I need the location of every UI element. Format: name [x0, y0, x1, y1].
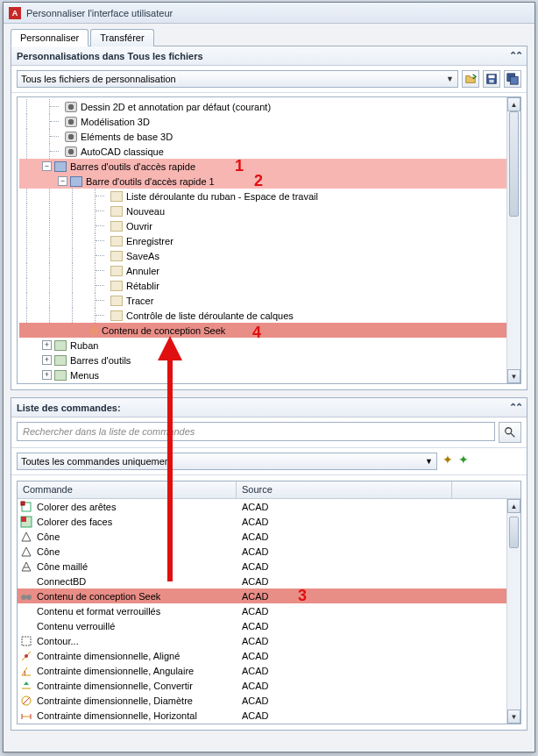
command-row-source: ACAD: [237, 531, 452, 542]
expand-button[interactable]: +: [42, 355, 52, 365]
command-row-source: ACAD: [237, 546, 452, 557]
command-row[interactable]: Colorer des arêtesACAD: [18, 499, 506, 514]
command-icon: [110, 296, 123, 306]
collapse-button[interactable]: −: [42, 161, 52, 171]
command-row-source: ACAD: [237, 710, 452, 721]
collapse-button[interactable]: −: [58, 176, 67, 186]
scroll-up-icon[interactable]: ▲: [507, 97, 520, 111]
tree-item[interactable]: Modélisation 3D: [81, 117, 150, 127]
scroll-up-icon[interactable]: ▲: [507, 499, 520, 513]
command-row-icon: [18, 560, 35, 573]
collapse-icon[interactable]: ⌃⌃: [509, 402, 521, 413]
col-source[interactable]: Source: [237, 481, 452, 498]
command-row[interactable]: CôneACAD: [18, 544, 506, 559]
gear-icon: [65, 117, 77, 127]
command-row[interactable]: ConnectBDACAD: [18, 574, 506, 588]
command-row-source: ACAD: [237, 517, 452, 527]
svg-marker-22: [24, 681, 29, 685]
command-row-icon: [18, 695, 35, 707]
tree-item[interactable]: Dessin 2D et annotation par défaut (cour…: [81, 102, 271, 112]
save-all-button[interactable]: [504, 70, 521, 88]
scroll-thumb[interactable]: [509, 111, 519, 217]
tree-item[interactable]: Rétablir: [126, 281, 159, 291]
command-icon: [110, 191, 123, 202]
toolbar-group-icon: [54, 161, 67, 172]
command-row[interactable]: Colorer des facesACAD: [18, 514, 506, 529]
command-filter-dropdown[interactable]: Toutes les commandes uniquement ▼: [17, 453, 437, 470]
command-search-input[interactable]: Rechercher dans la liste de commandes: [17, 422, 495, 441]
window-title: Personnaliser l'interface utilisateur: [26, 8, 173, 18]
tree-item[interactable]: Enregistrer: [126, 236, 173, 246]
tree-item[interactable]: Liste déroulante du ruban - Espace de tr…: [126, 191, 318, 202]
command-row[interactable]: Contrainte dimensionnelle, DiamètreACAD: [18, 693, 506, 708]
command-row-name: Contrainte dimensionnelle, Aligné: [35, 651, 237, 661]
command-row[interactable]: Contrainte dimensionnelle, AngulaireACAD: [18, 663, 506, 678]
chevron-down-icon: ▼: [425, 457, 433, 466]
command-row[interactable]: Contrainte dimensionnelle, ConvertirACAD: [18, 678, 506, 693]
tree-item[interactable]: Menus: [70, 370, 99, 381]
command-row-name: Contrainte dimensionnelle, Diamètre: [35, 695, 237, 706]
tree-item[interactable]: Ruban: [70, 340, 98, 351]
col-commande[interactable]: Commande: [18, 481, 237, 498]
titlebar[interactable]: A Personnaliser l'interface utilisateur: [4, 3, 534, 24]
tree-item[interactable]: Contrôle de liste déroulante de calques: [126, 310, 294, 321]
command-row-name: Cône maillé: [35, 561, 237, 572]
command-row[interactable]: Contenu verrouilléACAD: [18, 618, 506, 633]
tree-scrollbar[interactable]: ▲ ▼: [506, 97, 520, 383]
svg-marker-13: [22, 562, 31, 571]
star-icon: ☆: [89, 325, 99, 336]
tab-transferer[interactable]: Transférer: [90, 29, 153, 46]
favorites-filter-icon[interactable]: ✦: [442, 453, 453, 470]
tab-personnaliser[interactable]: Personnaliser: [11, 29, 88, 46]
command-row[interactable]: Contenu et format verrouillésACAD: [18, 603, 506, 618]
save-button[interactable]: [483, 70, 500, 88]
command-row[interactable]: Contour...ACAD: [18, 633, 506, 648]
tree-qat-group[interactable]: −Barres d'outils d'accès rapide: [19, 159, 506, 174]
scroll-thumb[interactable]: [509, 517, 519, 548]
tree-item[interactable]: AutoCAD classique: [81, 146, 164, 157]
grid-header: Commande Source: [18, 481, 520, 499]
cui-window: A Personnaliser l'interface utilisateur …: [3, 2, 535, 752]
command-row-icon: [18, 531, 35, 543]
tree-item[interactable]: Eléments de base 3D: [81, 132, 173, 142]
command-row[interactable]: Contenu de conception SeekACAD: [18, 588, 506, 603]
command-row[interactable]: CôneACAD: [18, 529, 506, 544]
command-icon: [110, 266, 123, 276]
expand-button[interactable]: +: [42, 340, 52, 350]
customizations-tree[interactable]: Dessin 2D et annotation par défaut (cour…: [17, 96, 521, 384]
tree-item[interactable]: Annuler: [126, 266, 159, 276]
command-row[interactable]: Cône mailléACAD: [18, 559, 506, 574]
command-row-source: ACAD: [237, 695, 452, 706]
svg-marker-11: [22, 532, 31, 541]
gear-icon: [65, 146, 77, 157]
open-file-button[interactable]: [462, 70, 479, 88]
scroll-down-icon[interactable]: ▼: [507, 369, 520, 383]
new-command-icon[interactable]: ✦: [458, 453, 469, 470]
command-row[interactable]: Contrainte dimensionnelle, HorizontalACA…: [18, 708, 506, 723]
tree-item[interactable]: SaveAs: [126, 251, 159, 261]
tabs-row: Personnaliser Transférer: [11, 29, 527, 46]
tree-item[interactable]: Nouveau: [126, 206, 165, 217]
app-icon: A: [9, 7, 21, 19]
expand-button[interactable]: +: [42, 370, 52, 380]
command-row-icon: [18, 590, 35, 603]
command-row-source: ACAD: [237, 591, 452, 602]
command-row-icon: [18, 665, 35, 677]
tree-qat1[interactable]: −Barre d'outils d'accès rapide 1: [19, 174, 506, 189]
command-row-source: ACAD: [237, 606, 452, 617]
customizations-tools: Tous les fichiers de personnalisation ▼: [11, 66, 527, 93]
commands-grid[interactable]: Commande Source Colorer des arêtesACADCo…: [17, 481, 521, 724]
toolbars-icon: [54, 355, 67, 366]
grid-scrollbar[interactable]: ▲ ▼: [506, 499, 520, 724]
search-button[interactable]: [499, 422, 521, 443]
files-dropdown[interactable]: Tous les fichiers de personnalisation ▼: [17, 70, 458, 88]
tree-item[interactable]: Barres d'outils: [70, 355, 131, 366]
collapse-icon[interactable]: ⌃⌃: [509, 50, 521, 61]
tree-item[interactable]: Tracer: [126, 296, 153, 306]
scroll-down-icon[interactable]: ▼: [507, 710, 520, 724]
tree-item[interactable]: Ouvrir: [126, 221, 152, 232]
tree-new-item[interactable]: ☆ Contenu de conception Seek: [19, 323, 506, 338]
svg-marker-12: [22, 547, 31, 556]
grid-body: Colorer des arêtesACADColorer des facesA…: [18, 499, 506, 724]
command-row[interactable]: Contrainte dimensionnelle, AlignéACAD: [18, 648, 506, 663]
